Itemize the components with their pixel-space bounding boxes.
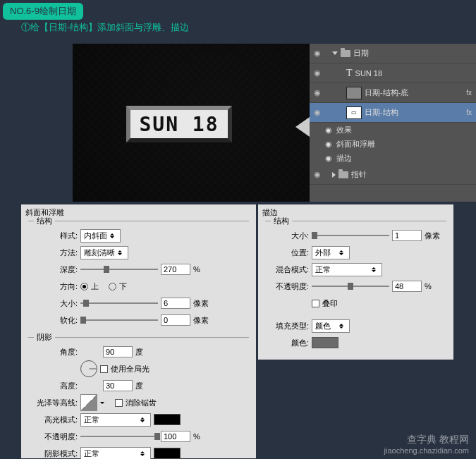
altitude-input[interactable]: 30: [103, 380, 133, 391]
stroke-color-swatch[interactable]: [312, 337, 338, 348]
overprint-check[interactable]: [312, 300, 319, 307]
layer-struct-bottom[interactable]: ◉ 日期-结构-底 fx: [310, 83, 476, 103]
layer-thumb: [346, 87, 362, 99]
shadow-color-swatch[interactable]: [154, 448, 181, 459]
gloss-contour[interactable]: [80, 394, 97, 411]
eye-icon[interactable]: ◉: [325, 126, 332, 135]
bevel-title: 斜面和浮雕: [21, 204, 256, 221]
layer-label: 日期-结构: [365, 107, 398, 118]
fx-stroke[interactable]: ◉描边: [310, 151, 476, 165]
group-label: 结构: [271, 216, 292, 226]
size-slider[interactable]: [80, 302, 158, 304]
chevron-down-icon[interactable]: [332, 51, 338, 55]
chevron-right-icon[interactable]: [332, 172, 336, 178]
layer-label: 日期-结构-底: [365, 87, 408, 98]
layer-text[interactable]: ◉ T SUN 18: [310, 63, 476, 83]
global-light-check[interactable]: [100, 365, 108, 373]
fx-badge[interactable]: fx: [466, 89, 472, 97]
direction-down-radio[interactable]: [109, 283, 116, 290]
technique-select[interactable]: 雕刻清晰: [80, 246, 128, 259]
stroke-panel: 描边 结构 大小:1像素 位置:外部 混合模式:正常 不透明度:48% 叠印 填…: [258, 204, 453, 360]
eye-icon[interactable]: ◉: [310, 49, 325, 58]
eye-icon[interactable]: ◉: [325, 154, 332, 163]
shadow-mode-select[interactable]: 正常: [80, 447, 151, 460]
layer-group-date[interactable]: ◉ 日期: [310, 44, 476, 63]
preview-image: SUN 18: [73, 44, 310, 202]
direction-up-radio[interactable]: [80, 283, 88, 290]
fx-header[interactable]: ◉效果: [310, 123, 476, 137]
folder-icon: [341, 50, 350, 57]
date-display: SUN 18: [126, 106, 232, 142]
highlight-color-swatch[interactable]: [154, 414, 181, 425]
depth-input[interactable]: 270: [161, 264, 190, 275]
angle-input[interactable]: 90: [103, 346, 133, 357]
size-input[interactable]: 6: [161, 298, 190, 309]
folder-icon: [338, 171, 348, 178]
fx-badge[interactable]: fx: [466, 109, 472, 116]
layer-label: 日期: [353, 48, 369, 59]
layer-thumb: ▭: [346, 106, 362, 119]
highlight-opacity-input[interactable]: 100: [161, 431, 190, 442]
bevel-panel: 斜面和浮雕 结构 样式:内斜面 方法:雕刻清晰 深度:270% 方向:上 下 大…: [21, 204, 256, 458]
group-label: 结构: [34, 216, 55, 226]
eye-icon[interactable]: ◉: [325, 140, 332, 149]
stroke-opacity-slider[interactable]: [312, 286, 389, 287]
antialias-check[interactable]: [115, 399, 123, 407]
layer-label: 指针: [351, 169, 367, 180]
stroke-opacity-input[interactable]: 48: [392, 281, 422, 292]
text-layer-icon: T: [346, 68, 353, 79]
arrow-marker: [295, 117, 310, 137]
stroke-size-slider[interactable]: [312, 235, 389, 236]
highlight-opacity-slider[interactable]: [80, 436, 158, 437]
eye-icon[interactable]: ◉: [310, 68, 325, 78]
highlight-mode-select[interactable]: 正常: [80, 413, 151, 427]
eye-icon[interactable]: ◉: [310, 108, 325, 117]
layer-struct[interactable]: ◉ ▭ 日期-结构 fx: [310, 103, 476, 123]
subtitle: ①给【日期-结构】添加斜面与浮雕、描边: [21, 21, 189, 34]
fx-bevel[interactable]: ◉斜面和浮雕: [310, 137, 476, 151]
angle-wheel[interactable]: [80, 360, 97, 377]
layer-group-pointer[interactable]: ◉ 指针: [310, 165, 476, 185]
watermark: 查字典 教程网 jiaocheng.chazidian.com: [384, 434, 469, 455]
soften-input[interactable]: 0: [161, 314, 190, 326]
position-select[interactable]: 外部: [312, 246, 350, 259]
style-select[interactable]: 内斜面: [80, 229, 121, 243]
eye-icon[interactable]: ◉: [310, 170, 325, 179]
blend-select[interactable]: 正常: [312, 263, 382, 276]
group-label: 阴影: [34, 332, 55, 343]
soften-slider[interactable]: [80, 319, 158, 321]
layers-panel: ◉ 日期 ◉ T SUN 18 ◉ 日期-结构-底 fx ◉ ▭ 日期-结构 f…: [310, 44, 476, 202]
eye-icon[interactable]: ◉: [310, 88, 325, 97]
layer-label: SUN 18: [355, 69, 383, 78]
title-badge: NO.6-9绘制日期: [3, 3, 83, 20]
depth-slider[interactable]: [80, 269, 158, 270]
fill-type-select[interactable]: 颜色: [312, 319, 350, 333]
stroke-size-input[interactable]: 1: [392, 230, 422, 241]
